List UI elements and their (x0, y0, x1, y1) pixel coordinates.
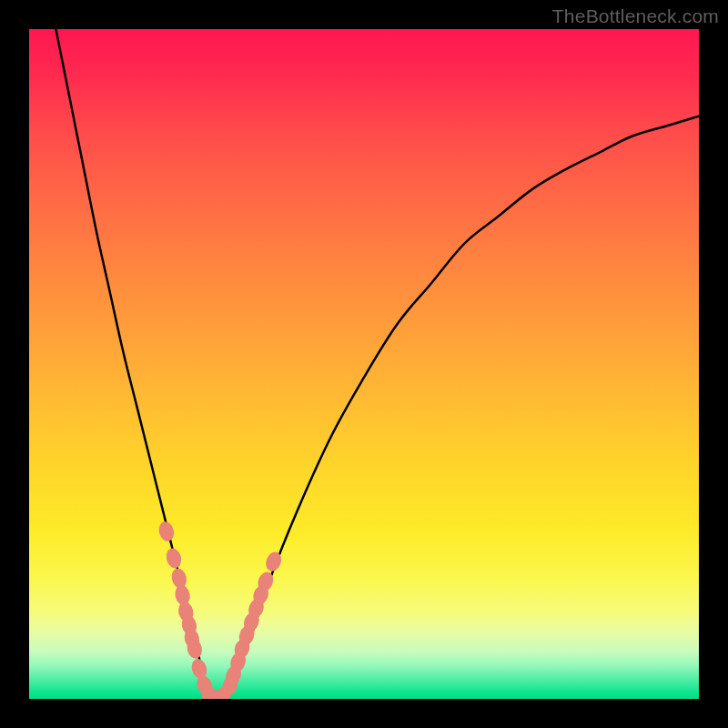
curve-group (56, 29, 699, 699)
curve-layer (29, 29, 699, 699)
marker-group (157, 520, 284, 699)
data-marker (164, 547, 183, 570)
plot-area (29, 29, 699, 699)
chart-frame: TheBottleneck.com (0, 0, 728, 728)
data-marker (157, 520, 176, 542)
bottleneck-curve (56, 29, 699, 699)
watermark-text: TheBottleneck.com (552, 5, 719, 27)
